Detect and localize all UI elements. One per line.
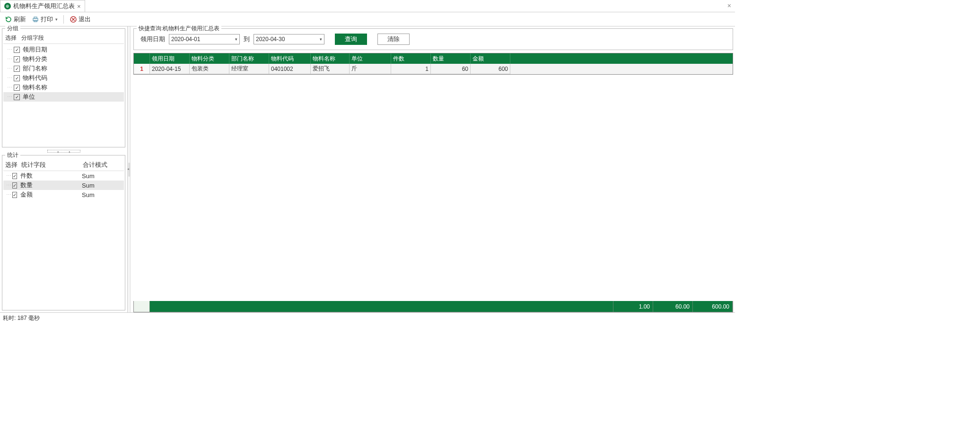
group-grid-header: 选择 分组字段 bbox=[3, 33, 124, 44]
checkbox[interactable] bbox=[14, 47, 20, 53]
checkbox[interactable] bbox=[12, 173, 17, 179]
checkbox[interactable] bbox=[12, 182, 17, 189]
exit-button[interactable]: 退出 bbox=[68, 14, 93, 25]
close-icon[interactable]: × bbox=[77, 3, 81, 10]
checkbox[interactable] bbox=[14, 85, 20, 91]
clear-button[interactable]: 清除 bbox=[377, 34, 410, 45]
group-item-label: 单位 bbox=[23, 93, 35, 101]
checkbox[interactable] bbox=[14, 56, 20, 62]
separator bbox=[63, 15, 64, 24]
refresh-label: 刷新 bbox=[14, 15, 26, 24]
stat-item[interactable]: ⋯数量Sum bbox=[3, 181, 124, 190]
group-item-label: 物料分类 bbox=[23, 55, 47, 63]
chevron-down-icon: ▾ bbox=[320, 37, 322, 42]
date-from-value: 2020-04-01 bbox=[171, 36, 200, 43]
exit-icon bbox=[70, 16, 77, 23]
checkbox[interactable] bbox=[12, 192, 17, 198]
group-item-label: 物料代码 bbox=[23, 74, 47, 82]
stat-item-mode: Sum bbox=[81, 191, 124, 198]
stat-item-mode: Sum bbox=[81, 182, 124, 189]
checkbox[interactable] bbox=[14, 94, 20, 100]
group-item[interactable]: ⋯物料名称 bbox=[3, 83, 124, 92]
right-panel: 快捷查询:机物料生产领用汇总表 领用日期 2020-04-01 ▾ 到 2020… bbox=[131, 26, 735, 312]
col-h3[interactable]: 物料代码 bbox=[269, 53, 311, 64]
refresh-icon bbox=[5, 16, 12, 23]
tab[interactable]: ⊕ 机物料生产领用汇总表 × bbox=[0, 0, 85, 12]
col-h8[interactable]: 金额 bbox=[471, 53, 510, 64]
stat-item-label: 金额 bbox=[19, 190, 81, 199]
col-field: 分组字段 bbox=[19, 33, 46, 43]
cell: 60 bbox=[431, 64, 471, 74]
col-h0[interactable]: 领用日期 bbox=[150, 53, 190, 64]
refresh-button[interactable]: 刷新 bbox=[3, 14, 28, 25]
cell: 包装类 bbox=[190, 64, 229, 74]
col-select: 选择 bbox=[3, 33, 19, 43]
stat-grid-header: 选择 统计字段 合计模式 bbox=[3, 159, 124, 171]
group-item-label: 物料名称 bbox=[23, 83, 47, 92]
group-item[interactable]: ⋯单位 bbox=[3, 92, 124, 102]
group-item[interactable]: ⋯物料分类 bbox=[3, 54, 124, 64]
toolbar: 刷新 打印 ▾ 退出 bbox=[0, 12, 735, 26]
stat-item-label: 件数 bbox=[19, 172, 81, 180]
print-label: 打印 bbox=[41, 15, 53, 24]
window-close-icon[interactable]: × bbox=[727, 2, 731, 9]
date-to-value: 2020-04-30 bbox=[256, 36, 285, 43]
stat-item-mode: Sum bbox=[81, 172, 124, 180]
stat-item[interactable]: ⋯件数Sum bbox=[3, 171, 124, 181]
checkbox[interactable] bbox=[14, 75, 20, 81]
group-item[interactable]: ⋯部门名称 bbox=[3, 64, 124, 73]
stat-item-label: 数量 bbox=[19, 181, 81, 189]
stat-title: 统计 bbox=[5, 151, 20, 159]
chevron-down-icon: ▾ bbox=[235, 37, 237, 42]
group-item-label: 领用日期 bbox=[23, 45, 47, 54]
filter-group: 快捷查询:机物料生产领用汇总表 领用日期 2020-04-01 ▾ 到 2020… bbox=[133, 28, 733, 50]
data-table: 领用日期 物料分类 部门名称 物料代码 物料名称 单位 件数 数量 金额 120… bbox=[133, 53, 733, 75]
group-item[interactable]: ⋯物料代码 bbox=[3, 73, 124, 83]
col-h7[interactable]: 数量 bbox=[431, 53, 471, 64]
cell: 0401002 bbox=[269, 64, 311, 74]
footer-val-1: 60.00 bbox=[653, 301, 693, 312]
date-from-input[interactable]: 2020-04-01 ▾ bbox=[169, 34, 240, 44]
to-label: 到 bbox=[244, 35, 250, 43]
exit-label: 退出 bbox=[79, 15, 91, 24]
col-h6[interactable]: 件数 bbox=[391, 53, 431, 64]
date-to-input[interactable]: 2020-04-30 ▾ bbox=[254, 34, 324, 44]
footer-val-2: 600.00 bbox=[693, 301, 733, 312]
tab-bar: ⊕ 机物料生产领用汇总表 × × bbox=[0, 0, 735, 12]
group-title: 分组 bbox=[5, 25, 20, 33]
left-panel: 分组 选择 分组字段 ⋯领用日期⋯物料分类⋯部门名称⋯物料代码⋯物料名称⋯单位 … bbox=[0, 26, 128, 312]
query-button[interactable]: 查询 bbox=[335, 34, 367, 45]
globe-icon: ⊕ bbox=[4, 3, 11, 9]
cell: 600 bbox=[471, 64, 510, 74]
col-h1[interactable]: 物料分类 bbox=[190, 53, 229, 64]
table-footer: 1.00 60.00 600.00 bbox=[133, 301, 733, 312]
print-icon bbox=[32, 16, 39, 23]
date-label: 领用日期 bbox=[140, 35, 165, 43]
cell: 2020-04-15 bbox=[150, 64, 190, 74]
svg-rect-1 bbox=[34, 17, 37, 18]
group-item-label: 部门名称 bbox=[23, 64, 47, 73]
stat-col-field: 统计字段 bbox=[19, 159, 81, 171]
checkbox[interactable] bbox=[14, 66, 20, 72]
col-h4[interactable]: 物料名称 bbox=[311, 53, 350, 64]
stat-col-select: 选择 bbox=[3, 159, 19, 171]
tab-title: 机物料生产领用汇总表 bbox=[13, 2, 75, 10]
stat-item[interactable]: ⋯金额Sum bbox=[3, 190, 124, 199]
col-rownum bbox=[134, 53, 150, 64]
row-number: 1 bbox=[134, 64, 150, 74]
status-bar: 耗时: 187 毫秒 bbox=[0, 312, 735, 323]
table-row[interactable]: 12020-04-15包装类经理室0401002爱招飞斤160600 bbox=[134, 64, 733, 74]
chevron-down-icon: ▾ bbox=[55, 17, 58, 22]
cell: 1 bbox=[391, 64, 431, 74]
cell: 斤 bbox=[350, 64, 391, 74]
cell: 经理室 bbox=[229, 64, 269, 74]
print-button[interactable]: 打印 ▾ bbox=[30, 14, 60, 25]
table-header: 领用日期 物料分类 部门名称 物料代码 物料名称 单位 件数 数量 金额 bbox=[134, 53, 733, 64]
filter-title: 快捷查询:机物料生产领用汇总表 bbox=[137, 25, 221, 33]
col-h5[interactable]: 单位 bbox=[350, 53, 391, 64]
group-item[interactable]: ⋯领用日期 bbox=[3, 45, 124, 54]
footer-val-0: 1.00 bbox=[613, 301, 653, 312]
col-h2[interactable]: 部门名称 bbox=[229, 53, 269, 64]
stat-col-mode: 合计模式 bbox=[81, 159, 124, 171]
cell: 爱招飞 bbox=[311, 64, 350, 74]
